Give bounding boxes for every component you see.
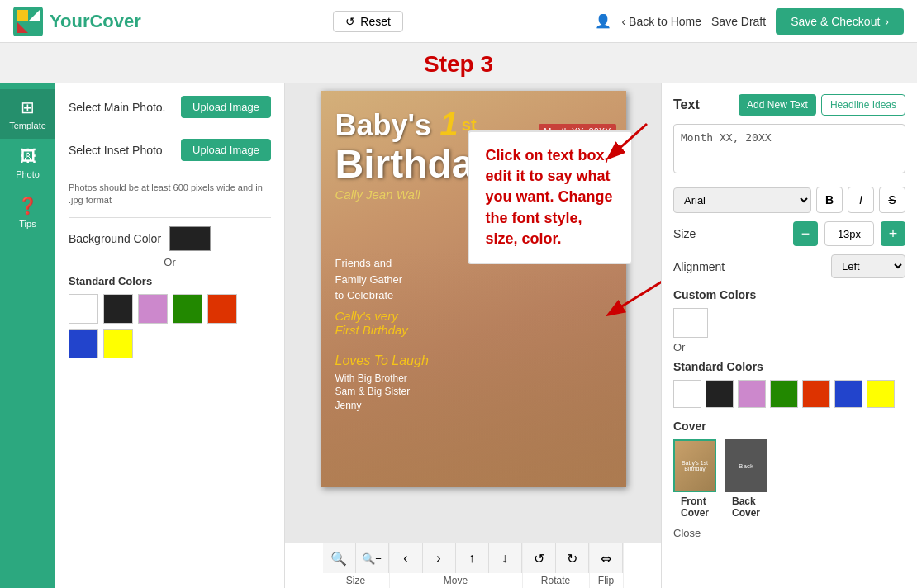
canvas-area: Baby's 1 st Birthday Cally Jean Wall Mon… [285, 83, 661, 588]
rp-or-text: Or [673, 341, 905, 353]
zoom-out-button[interactable]: 🔍− [356, 543, 389, 573]
right-panel: Text Add New Text Headline Ideas Month X… [661, 83, 917, 588]
close-link[interactable]: Close [673, 527, 701, 539]
swatch-black[interactable] [103, 294, 133, 324]
sidebar-item-template[interactable]: ⊞ Template [0, 89, 55, 139]
tooltip-overlay: Click on text box, edit it to say what y… [468, 130, 633, 264]
swatch-green[interactable] [173, 294, 202, 324]
flip-buttons: ⇔ [590, 543, 623, 573]
text-editor[interactable]: Month XX, 20XX [673, 124, 905, 173]
back-cover-option[interactable]: Back BackCover [725, 439, 767, 519]
save-draft-button[interactable]: Save Draft [711, 15, 766, 28]
sidebar-item-photo-label: Photo [16, 169, 40, 179]
flip-button[interactable]: ⇔ [590, 543, 623, 573]
rp-header: Text Add New Text Headline Ideas [673, 94, 905, 116]
size-decrease-button[interactable]: − [793, 221, 818, 246]
align-row: Alignment Left Center Right [673, 254, 905, 278]
rotate-controls: ↺ ↻ Rotate [523, 543, 590, 588]
sidebar-item-template-label: Template [9, 121, 46, 130]
panel-divider-3 [69, 217, 271, 218]
move-controls: ‹ › ↑ ↓ Move [390, 543, 523, 588]
sidebar-item-tips[interactable]: ❓ Tips [0, 187, 55, 237]
alignment-select[interactable]: Left Center Right [831, 254, 905, 278]
italic-button[interactable]: I [848, 187, 874, 213]
size-label: Size [323, 573, 389, 588]
back-cover-thumb: Back [725, 439, 767, 492]
size-increase-button[interactable]: + [881, 221, 905, 246]
main-photo-row: Select Main Photo. Upload Image [69, 96, 271, 118]
add-text-button[interactable]: Add New Text [739, 94, 816, 116]
rp-title: Text [673, 97, 700, 112]
swatch-blue[interactable] [69, 329, 98, 358]
inset-photo-label: Select Inset Photo [69, 144, 163, 157]
size-input[interactable] [824, 221, 874, 246]
upload-main-button[interactable]: Upload Image [181, 96, 271, 118]
headline-ideas-button[interactable]: Headline Ideas [821, 94, 905, 116]
size-row: Size − + [673, 221, 905, 246]
cover-title-1st-num: 1 [439, 106, 458, 142]
header-right: 👤 ‹ Back to Home Save Draft Save & Check… [595, 8, 904, 35]
cover-cally-text: Cally's veryFirst Birthday [335, 309, 429, 337]
swatch-yellow[interactable] [103, 329, 133, 358]
checkout-button[interactable]: Save & Checkout › [776, 8, 904, 35]
front-cover-label: FrontCover [681, 496, 709, 519]
left-sidebar: ⊞ Template 🖼 Photo ❓ Tips [0, 83, 55, 588]
panel-divider-1 [69, 130, 271, 130]
rp-swatch-white[interactable] [673, 380, 701, 408]
std-colors-label: Standard Colors [69, 275, 271, 287]
svg-marker-1 [17, 10, 28, 21]
rotate-cw-button[interactable]: ↻ [556, 543, 589, 573]
move-up-button[interactable]: ↑ [456, 543, 489, 573]
panel-note: Photos should be at least 600 pixels wid… [69, 182, 271, 207]
bg-color-swatch[interactable] [169, 226, 211, 251]
font-select[interactable]: Arial Times New Roman Helvetica Georgia … [673, 187, 811, 213]
move-left-button[interactable]: ‹ [390, 543, 423, 573]
rotate-label: Rotate [523, 573, 589, 588]
logo-icon [13, 7, 43, 36]
panel-divider-2 [69, 173, 271, 173]
reset-label: Reset [360, 15, 391, 28]
upload-inset-button[interactable]: Upload Image [181, 139, 271, 161]
std-colors-rp-label: Standard Colors [673, 360, 905, 373]
flip-label: Flip [590, 573, 623, 588]
rotate-ccw-button[interactable]: ↺ [523, 543, 556, 573]
front-cover-thumb: Baby's 1st Birthday [673, 439, 716, 492]
bold-button[interactable]: B [816, 187, 843, 213]
step-heading: Step 3 [0, 43, 917, 83]
size-buttons: 🔍 🔍− [323, 543, 389, 573]
custom-colors-label: Custom Colors [673, 288, 905, 301]
rp-swatch-black[interactable] [706, 380, 734, 408]
logo: YourCover [13, 7, 141, 36]
rp-swatch-green[interactable] [770, 380, 798, 408]
sidebar-item-photo[interactable]: 🖼 Photo [0, 139, 55, 187]
size-label-text: Size [673, 227, 786, 240]
back-to-home-link[interactable]: ‹ Back to Home [621, 15, 701, 28]
zoom-in-button[interactable]: 🔍 [323, 543, 356, 573]
swatch-red[interactable] [207, 294, 237, 324]
move-right-button[interactable]: › [423, 543, 456, 573]
back-to-home-label: Back to Home [629, 15, 701, 28]
main-photo-label: Select Main Photo. [69, 101, 166, 114]
cover-loves-text: Loves To Laugh [335, 353, 429, 368]
cover-friends-text: Friends andFamily Gatherto Celebrate [335, 255, 429, 304]
rp-swatch-blue[interactable] [834, 380, 862, 408]
photo-icon: 🖼 [20, 147, 36, 166]
rp-swatch-red[interactable] [802, 380, 830, 408]
or-text: Or [69, 256, 271, 268]
rp-swatch-purple[interactable] [738, 380, 766, 408]
rp-color-swatches [673, 380, 905, 408]
move-down-button[interactable]: ↓ [489, 543, 522, 573]
color-swatches [69, 294, 271, 358]
strikethrough-button[interactable]: S [879, 187, 905, 213]
cover-options: Baby's 1st Birthday FrontCover Back Back… [673, 439, 905, 519]
template-icon: ⊞ [21, 97, 35, 117]
cover-title-babys: Baby's [335, 108, 440, 142]
reset-button[interactable]: ↺ Reset [333, 11, 403, 32]
swatch-purple[interactable] [138, 294, 168, 324]
logo-text: YourCover [50, 11, 141, 32]
rp-swatch-yellow[interactable] [867, 380, 895, 408]
custom-color-swatch[interactable] [673, 308, 708, 338]
main-layout: ⊞ Template 🖼 Photo ❓ Tips Select Main Ph… [0, 83, 917, 588]
front-cover-option[interactable]: Baby's 1st Birthday FrontCover [673, 439, 716, 519]
swatch-white[interactable] [69, 294, 98, 324]
